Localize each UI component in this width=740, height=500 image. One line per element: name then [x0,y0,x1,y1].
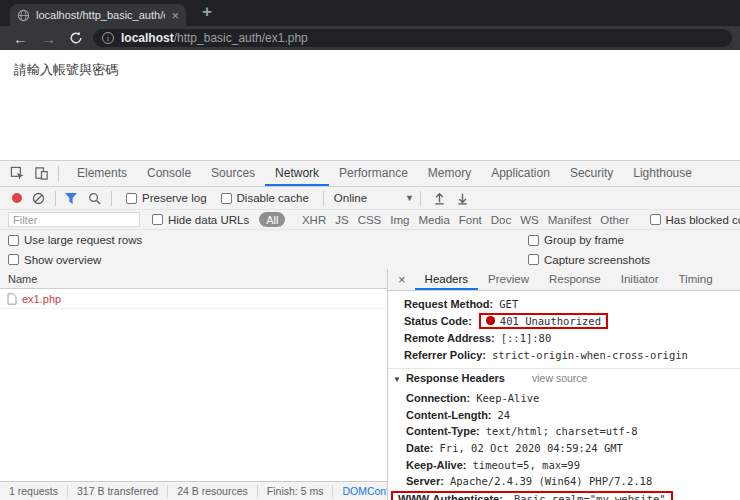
header-line-content-type: Content-Type: text/html; charset=utf-8 [388,423,740,440]
capture-screenshots-checkbox[interactable]: Capture screenshots [528,254,650,266]
devtools-tab-performance[interactable]: Performance [329,161,418,186]
details-tab-response[interactable]: Response [539,269,611,290]
use-large-rows-checkbox[interactable]: Use large request rows [8,234,142,246]
divider [323,191,324,206]
header-line-www-authenticate: WWW-Authenticate: Basic realm="my websit… [388,490,740,500]
header-value: 24 [498,409,511,421]
device-toolbar-icon[interactable] [34,166,49,181]
page-message: 請輸入帳號與密碼 [0,50,740,90]
header-line-keep-alive: Keep-Alive: timeout=5, max=99 [388,456,740,473]
filter-type-all[interactable]: All [259,212,285,227]
search-icon[interactable] [88,192,101,205]
details-tab-preview[interactable]: Preview [478,269,539,290]
header-value: 401 Unauthorized [500,315,601,327]
devtools-tab-lighthouse[interactable]: Lighthouse [623,161,702,186]
document-icon [7,293,17,305]
filter-type-img[interactable]: Img [386,214,414,226]
disable-cache-checkbox[interactable]: Disable cache [221,192,309,204]
browser-titlebar: localhost/http_basic_auth/ex1... × + [0,0,740,26]
new-tab-button[interactable]: + [202,2,212,22]
filter-funnel-icon[interactable] [64,192,78,205]
devtools-tab-console[interactable]: Console [137,161,201,186]
show-overview-label: Show overview [24,254,101,266]
header-label: Keep-Alive: [406,459,467,471]
browser-tab[interactable]: localhost/http_basic_auth/ex1... × [10,4,186,26]
tab-title: localhost/http_basic_auth/ex1... [36,9,165,21]
devtools-tab-application[interactable]: Application [481,161,560,186]
inspect-element-icon[interactable] [10,166,25,181]
throttling-value: Online [334,192,367,204]
status-resources: 24 B resources [168,485,258,498]
throttling-dropdown[interactable]: Online ▼ [334,192,414,204]
address-bar[interactable]: i localhost/http_basic_auth/ex1.php [93,29,732,47]
header-label: Referrer Policy: [404,349,486,361]
show-overview-checkbox[interactable]: Show overview [8,254,101,266]
response-headers-title: Response Headers [406,372,505,384]
page-info-icon[interactable]: i [102,32,114,44]
checkbox-icon [8,235,19,246]
filter-type-font[interactable]: Font [454,214,486,226]
filter-type-other[interactable]: Other [596,214,634,226]
network-options-row-1: Use large request rows Group by frame [0,230,740,250]
forward-button[interactable]: → [41,31,56,46]
divider [58,166,59,181]
status-finish: Finish: 5 ms [258,485,334,498]
group-by-frame-checkbox[interactable]: Group by frame [528,234,624,246]
header-label: Content-Type: [406,425,480,437]
status-error-dot-icon [486,316,495,325]
filter-type-css[interactable]: CSS [353,214,386,226]
network-filter-row: Hide data URLs All XHR JS CSS Img Media … [0,210,740,230]
devtools-tab-security[interactable]: Security [560,161,623,186]
export-har-icon[interactable] [456,192,469,205]
network-panes: Name ex1.php 1 requests 317 B transferre… [0,269,740,500]
close-details-icon[interactable]: × [388,272,415,287]
table-row[interactable]: ex1.php [0,289,387,309]
header-label: Content-Length: [406,409,492,421]
response-headers-section[interactable]: ▼ Response Headers view source [388,372,740,390]
view-source-link[interactable]: view source [532,372,587,384]
checkbox-icon [8,254,19,265]
tab-close-icon[interactable]: × [171,9,179,22]
devtools-tabbar: Elements Console Sources Network Perform… [0,161,740,187]
devtools-tab-network[interactable]: Network [265,161,329,186]
record-icon[interactable] [12,193,22,203]
devtools-tab-elements[interactable]: Elements [67,161,137,186]
header-line-content-length: Content-Length: 24 [388,407,740,424]
column-header-name[interactable]: Name [0,269,387,289]
clear-icon[interactable] [32,192,45,205]
filter-type-ws[interactable]: WS [516,214,544,226]
browser-toolbar: ← → i localhost/http_basic_auth/ex1.php [0,26,740,50]
group-by-frame-label: Group by frame [544,234,624,246]
checkbox-icon [650,214,661,225]
devtools-panel: Elements Console Sources Network Perform… [0,160,740,500]
devtools-tab-memory[interactable]: Memory [418,161,481,186]
header-label: Remote Address: [404,332,495,344]
annotation-box-status-code: 401 Unauthorized [479,313,608,329]
import-har-icon[interactable] [433,192,446,205]
header-label: Server: [406,475,444,487]
details-tab-initiator[interactable]: Initiator [611,269,669,290]
globe-favicon-icon [17,9,30,22]
header-line-date: Date: Fri, 02 Oct 2020 04:59:24 GMT [388,440,740,457]
network-toolbar: Preserve log Disable cache Online ▼ [0,187,740,210]
details-tabbar: × Headers Preview Response Initiator Tim… [388,269,740,291]
filter-input[interactable] [8,212,140,227]
details-tab-headers[interactable]: Headers [415,269,478,290]
details-tab-timing[interactable]: Timing [668,269,722,290]
reload-button[interactable] [69,31,83,45]
filter-type-js[interactable]: JS [331,214,353,226]
filter-type-manifest[interactable]: Manifest [543,214,595,226]
hide-data-urls-checkbox[interactable]: Hide data URLs [152,214,249,226]
page-viewport: 請輸入帳號與密碼 [0,50,740,160]
checkbox-icon [528,254,539,265]
filter-type-xhr[interactable]: XHR [297,214,330,226]
back-button[interactable]: ← [13,31,28,46]
has-blocked-cookies-checkbox[interactable]: Has blocked cookies [650,214,740,226]
chevron-down-icon: ▼ [405,193,414,203]
preserve-log-checkbox[interactable]: Preserve log [126,192,207,204]
devtools-tab-sources[interactable]: Sources [201,161,265,186]
expand-triangle-icon: ▼ [393,375,401,384]
filter-type-doc[interactable]: Doc [486,214,515,226]
status-domcontentloaded: DOMContentLoaded: 107 ms [333,485,387,498]
filter-type-media[interactable]: Media [414,214,454,226]
